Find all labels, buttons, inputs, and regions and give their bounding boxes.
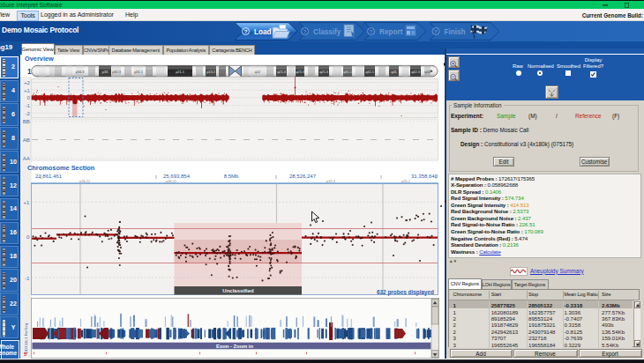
svg-text:q25.3: q25.3 [319, 70, 328, 74]
svg-text:q31.1: q31.1 [343, 70, 352, 74]
svg-text:AA: AA [23, 155, 31, 161]
svg-text:p31.1: p31.1 [134, 70, 143, 74]
svg-text:p35.3: p35.3 [326, 179, 336, 183]
svg-text:p32.3: p32.3 [112, 70, 121, 74]
svg-text:1: 1 [27, 68, 32, 76]
svg-text:28,526,247: 28,526,247 [289, 174, 317, 179]
svg-text:+1: +1 [23, 199, 30, 205]
svg-text:q32.1: q32.1 [365, 70, 374, 74]
svg-text:-1: -1 [25, 275, 30, 281]
svg-text:DDX11L1 RefSeq: DDX11L1 RefSeq [24, 322, 28, 353]
svg-text:Finish: Finish [445, 28, 466, 36]
svg-text:31,358,640: 31,358,640 [411, 174, 438, 179]
svg-text:Report: Report [379, 28, 403, 36]
svg-text:0: 0 [26, 233, 30, 240]
svg-text:q41: q41 [391, 70, 397, 74]
svg-text:q44: q44 [424, 70, 431, 74]
svg-text:Load: Load [254, 28, 272, 36]
svg-text:-1: -1 [25, 102, 30, 108]
svg-text:Classify: Classify [313, 28, 341, 36]
svg-text:p13.2: p13.2 [206, 70, 215, 74]
svg-text:Unclassified: Unclassified [222, 288, 254, 293]
svg-text:?: ? [303, 29, 307, 34]
svg-text:Exon - Zoom in: Exon - Zoom in [216, 344, 253, 349]
svg-text:p33: p33 [102, 70, 109, 74]
svg-text:5': 5' [24, 352, 28, 357]
svg-text:22,861,461: 22,861,461 [35, 174, 63, 179]
svg-text:p35.2: p35.2 [401, 179, 411, 183]
svg-text:+1: +1 [24, 87, 31, 93]
svg-text:q12: q12 [255, 70, 261, 74]
svg-text:p36.12: p36.12 [79, 179, 91, 183]
svg-text:p21.1: p21.1 [176, 70, 184, 74]
svg-text:?: ? [434, 29, 438, 34]
svg-text:?: ? [244, 29, 248, 34]
svg-text:Overview: Overview [25, 55, 54, 63]
svg-text:p36.11: p36.11 [166, 179, 177, 183]
svg-text:q23.3: q23.3 [296, 70, 304, 74]
svg-text:q21.3: q21.3 [277, 70, 286, 74]
svg-text:-2: -2 [25, 110, 30, 116]
svg-text:BB: BB [23, 118, 30, 124]
svg-text:q42.3: q42.3 [411, 70, 420, 74]
svg-text:8.5Mb: 8.5Mb [224, 174, 239, 179]
svg-text:0: 0 [27, 94, 31, 100]
svg-text:+2: +2 [24, 79, 31, 85]
svg-text:AB: AB [23, 137, 30, 143]
svg-text:632 probes displayed: 632 probes displayed [377, 289, 434, 296]
svg-text:p34.3: p34.3 [76, 70, 85, 74]
svg-text:Chromosome Section: Chromosome Section [27, 164, 95, 172]
svg-text:?: ? [370, 29, 373, 34]
